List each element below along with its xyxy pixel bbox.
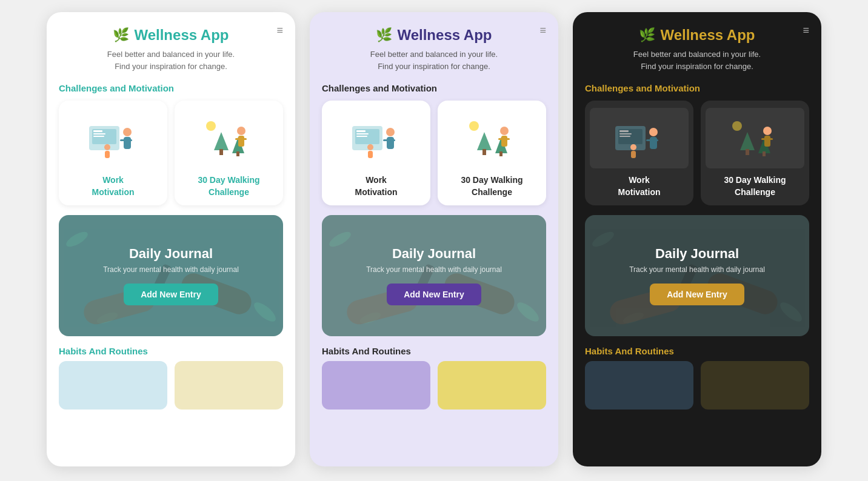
app-title-dark: Wellness App (660, 27, 755, 44)
svg-point-46 (327, 229, 353, 250)
header-light: 🌿 Wellness App Feel better and balanced … (59, 27, 283, 72)
habits-row-purple (322, 361, 546, 410)
challenges-title-purple: Challenges and Motivation (322, 83, 546, 93)
walking-challenge-illustration-dark (706, 108, 804, 168)
phone-dark: ≡ 🌿 Wellness App Feel better and balance… (573, 12, 821, 466)
svg-rect-65 (746, 149, 749, 155)
svg-rect-59 (646, 139, 651, 141)
svg-point-48 (359, 310, 382, 325)
svg-rect-70 (769, 138, 773, 140)
logo-row-light: 🌿 Wellness App (113, 27, 229, 44)
work-motivation-illustration-purple (327, 108, 426, 168)
svg-rect-6 (124, 137, 131, 149)
svg-marker-63 (740, 132, 755, 150)
tagline-purple: Feel better and balanced in your life.Fi… (370, 48, 498, 72)
svg-rect-62 (631, 151, 636, 158)
journal-subtitle-dark: Track your mental health with daily jour… (629, 265, 765, 274)
habit-card-1-dark[interactable] (585, 361, 693, 410)
svg-rect-34 (390, 139, 395, 141)
svg-rect-18 (242, 138, 247, 140)
work-motivation-card-dark[interactable]: WorkMotivation (585, 101, 693, 205)
journal-overlay-purple (322, 215, 546, 336)
journal-subtitle-purple: Track your mental health with daily jour… (366, 265, 502, 274)
journal-card-purple: Daily Journal Track your mental health w… (322, 215, 546, 336)
app-title-purple: Wellness App (397, 27, 492, 44)
walking-challenge-label-purple: 30 Day WalkingChallenge (461, 174, 522, 198)
logo-row-dark: 🌿 Wellness App (639, 27, 755, 44)
journal-title-purple: Daily Journal (392, 246, 476, 262)
svg-point-9 (104, 144, 110, 150)
svg-rect-55 (619, 133, 632, 134)
svg-rect-66 (763, 151, 766, 156)
habits-title-dark: Habits And Routines (585, 346, 809, 356)
cards-row-dark: WorkMotivation 30 Day WalkingChallenge (585, 101, 809, 205)
logo-icon-dark: 🌿 (639, 27, 655, 43)
svg-rect-36 (368, 151, 373, 158)
habits-title-light: Habits And Routines (59, 346, 283, 356)
walking-challenge-label-light: 30 Day WalkingChallenge (198, 174, 259, 198)
add-entry-btn-dark[interactable]: Add New Entry (650, 284, 744, 305)
svg-point-47 (514, 299, 541, 325)
svg-rect-3 (93, 133, 105, 134)
svg-rect-13 (219, 149, 223, 155)
svg-rect-54 (619, 130, 629, 132)
svg-point-72 (590, 229, 616, 250)
svg-rect-14 (236, 151, 239, 156)
add-entry-btn-purple[interactable]: Add New Entry (387, 284, 481, 305)
journal-overlay-dark (585, 215, 809, 336)
svg-rect-17 (235, 138, 239, 140)
svg-rect-69 (761, 138, 766, 140)
logo-row-purple: 🌿 Wellness App (376, 27, 492, 44)
journal-title-dark: Daily Journal (655, 246, 739, 262)
habits-title-purple: Habits And Routines (322, 346, 546, 356)
svg-point-20 (64, 229, 90, 250)
habit-card-1-light[interactable] (59, 361, 167, 410)
walking-challenge-label-dark: 30 Day WalkingChallenge (724, 174, 786, 198)
logo-icon-purple: 🌿 (376, 27, 392, 43)
journal-title-light: Daily Journal (129, 246, 213, 262)
svg-rect-44 (506, 138, 510, 140)
habit-card-1-purple[interactable] (322, 361, 430, 410)
svg-rect-4 (93, 136, 104, 137)
svg-rect-16 (238, 136, 244, 147)
work-motivation-card-light[interactable]: WorkMotivation (59, 101, 167, 205)
svg-rect-2 (93, 130, 102, 132)
svg-rect-30 (356, 136, 367, 137)
menu-icon-dark[interactable]: ≡ (803, 24, 809, 37)
challenges-title-light: Challenges and Motivation (59, 83, 283, 93)
habits-row-light (59, 361, 283, 410)
svg-rect-42 (501, 136, 507, 147)
svg-rect-10 (105, 151, 110, 158)
menu-icon-purple[interactable]: ≡ (539, 24, 546, 37)
svg-point-74 (622, 310, 646, 325)
svg-rect-58 (650, 137, 657, 149)
work-motivation-card-purple[interactable]: WorkMotivation (322, 101, 430, 205)
svg-rect-56 (619, 136, 630, 137)
walking-challenge-card-purple[interactable]: 30 Day WalkingChallenge (438, 101, 546, 205)
svg-rect-43 (498, 138, 502, 140)
habit-card-2-dark[interactable] (701, 361, 809, 410)
header-purple: 🌿 Wellness App Feel better and balanced … (322, 27, 546, 72)
svg-point-61 (630, 144, 636, 150)
habit-card-2-light[interactable] (175, 361, 283, 410)
svg-point-67 (763, 127, 772, 135)
svg-rect-7 (120, 139, 125, 141)
svg-point-45 (469, 121, 479, 131)
phone-light: ≡ 🌿 Wellness App Feel better and balance… (47, 12, 295, 466)
menu-icon-light[interactable]: ≡ (276, 24, 283, 37)
walking-challenge-card-light[interactable]: 30 Day WalkingChallenge (175, 101, 283, 205)
svg-rect-60 (653, 139, 658, 141)
svg-point-21 (251, 299, 278, 325)
cards-row-light: WorkMotivation (59, 101, 283, 205)
work-motivation-illustration-dark (590, 108, 689, 168)
add-entry-btn-light[interactable]: Add New Entry (124, 284, 218, 305)
walking-challenge-illustration-purple (442, 108, 541, 168)
svg-point-41 (500, 127, 509, 135)
svg-point-31 (386, 128, 395, 136)
svg-point-22 (96, 310, 119, 325)
journal-overlay-light (59, 215, 283, 336)
work-motivation-label-purple: WorkMotivation (355, 174, 398, 198)
habit-card-2-purple[interactable] (438, 361, 546, 410)
walking-challenge-card-dark[interactable]: 30 Day WalkingChallenge (701, 101, 809, 205)
svg-rect-8 (127, 139, 132, 141)
